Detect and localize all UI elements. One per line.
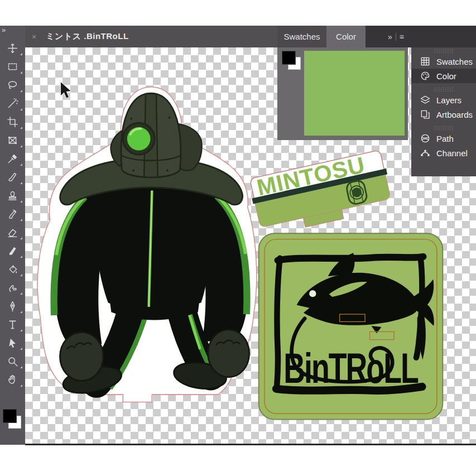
type-tool-button[interactable] [0,315,25,334]
dock-item-layers[interactable]: Layers [411,93,476,107]
artboards-icon [419,108,431,121]
magic-wand-tool-icon [7,98,18,109]
history-brush-tool-button[interactable] [0,205,25,223]
lasso-tool-icon [7,79,18,91]
move-tool-icon [7,42,18,54]
crop-tool-button[interactable] [0,113,25,131]
green-lens [127,127,151,151]
ink-brush-tool-icon [7,245,18,257]
pen-tool-icon [7,300,18,312]
layers-icon [419,94,431,106]
type-tool-icon [7,319,18,330]
toolbox: » [0,26,25,445]
fish-eye [309,290,316,297]
eraser-tool-icon [7,227,18,238]
dock-item-label: Path [436,134,454,143]
color-panel [277,47,408,140]
document-title: ミントス .BinTRoLL [46,31,128,42]
dock-item-channel[interactable]: Channel [411,146,476,160]
selection-arrow-tool-icon [7,337,18,349]
swatches-grid-icon [419,55,431,68]
dock-item-label: Artboards [436,110,473,119]
pen-tool-button[interactable] [0,297,25,315]
eraser-tool-button[interactable] [0,223,25,242]
tab-color[interactable]: Color [326,26,366,47]
hand-tool-button[interactable] [0,371,25,389]
marquee-tool-button[interactable] [0,57,25,76]
mouse-cursor [60,81,71,98]
brush-tool-button[interactable] [0,168,25,186]
illustrator-window: MINTOSU [0,0,476,476]
panel-foreground-color-swatch[interactable] [282,51,296,65]
foreground-background-swatches[interactable] [0,409,25,429]
canvas[interactable]: MINTOSU [25,47,476,445]
dock-item-label: Swatches [436,57,473,66]
magic-wand-tool-button[interactable] [0,94,25,113]
hand-tool-icon [7,374,18,386]
color-palette-icon [419,70,431,82]
dock-item-label: Layers [436,95,461,105]
tab-bar: × ミントス .BinTRoLL Swatches Color » ≡ [25,26,476,47]
selection-arrow-tool-button[interactable] [0,334,25,352]
panel-drag-grip[interactable] [433,126,454,130]
bintroll-text: BinTRoLL [283,344,418,392]
dock-item-label: Color [436,71,456,81]
clone-stamp-tool-button[interactable] [0,186,25,205]
bintroll-logo[interactable]: BinTRoLL [259,233,443,419]
character-sticker[interactable] [37,87,257,402]
paint-bucket-tool-icon [7,263,18,275]
mintosu-banner[interactable]: MINTOSU [247,147,395,237]
divider [396,33,396,41]
document-tab[interactable]: × ミントス .BinTRoLL [25,26,277,47]
artboard-artwork: MINTOSU [25,47,476,444]
panel-header: » ≡ [366,26,476,47]
channel-icon [419,147,431,159]
lasso-tool-button[interactable] [0,76,25,94]
current-color-swatch[interactable] [304,51,405,136]
zoom-tool-icon [7,355,18,367]
panel-drag-grip[interactable] [433,49,454,53]
panel-menu-icon[interactable]: ≡ [400,32,404,41]
crop-tool-icon [7,116,18,128]
paint-bucket-tool-button[interactable] [0,260,25,278]
ink-brush-tool-button[interactable] [0,242,25,260]
right-fist [208,330,249,377]
history-brush-tool-icon [7,208,18,220]
panel-collapse-icon[interactable]: » [388,32,392,41]
move-tool-button[interactable] [0,39,25,57]
panel-drag-grip[interactable] [433,88,454,92]
clone-stamp-tool-icon [7,190,18,201]
brush-tool-icon [7,171,18,183]
dock-item-swatches[interactable]: Swatches [411,54,476,69]
path-icon [419,132,431,145]
tab-swatches[interactable]: Swatches [277,26,326,47]
panel-dock: SwatchesColorLayersArtboardsPathChannel [411,47,476,176]
smudge-tool-icon [7,282,18,294]
robot-head [110,93,201,177]
eyedropper-tool-icon [7,153,18,165]
zoom-tool-button[interactable] [0,352,25,371]
free-transform-tool-button[interactable] [0,131,25,150]
dock-item-path[interactable]: Path [411,131,476,146]
eyedropper-tool-button[interactable] [0,150,25,168]
toolbar-collapse-chevron[interactable]: » [2,26,6,34]
free-transform-tool-icon [7,134,18,146]
smudge-tool-button[interactable] [0,278,25,297]
close-icon[interactable]: × [32,32,36,41]
foreground-color-swatch[interactable] [3,409,17,423]
left-fist [60,332,104,381]
marquee-tool-icon [7,61,18,73]
dock-item-color[interactable]: Color [411,69,476,83]
dock-item-label: Channel [436,148,468,158]
dock-item-artboards[interactable]: Artboards [411,107,476,122]
